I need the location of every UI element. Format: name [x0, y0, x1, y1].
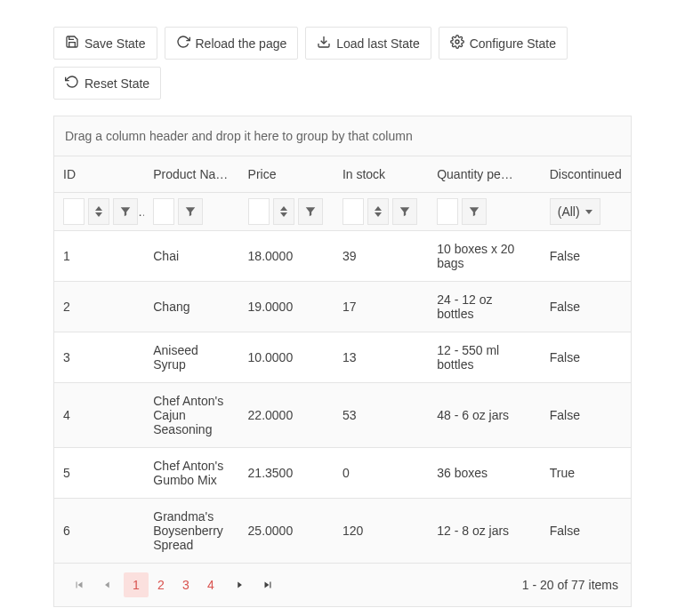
table-row[interactable]: 3Aniseed Syrup10.00001312 - 550 ml bottl…: [54, 332, 631, 383]
group-panel[interactable]: Drag a column header and drop it here to…: [54, 116, 631, 156]
cell-id: 2: [54, 282, 144, 332]
cell-price: 22.0000: [239, 383, 334, 448]
reload-page-button[interactable]: Reload the page: [165, 27, 299, 60]
grid-table: ID Product Na… Price In stock Quantity p…: [54, 156, 631, 564]
column-header-disc[interactable]: Discontinued: [541, 156, 631, 193]
filter-row: (All): [54, 193, 631, 231]
cell-qty: 48 - 6 oz jars: [428, 383, 541, 448]
toolbar: Save State Reload the page Load last Sta…: [53, 27, 632, 100]
reload-icon: [176, 35, 190, 52]
cell-disc: True: [541, 448, 631, 499]
column-header-id[interactable]: ID: [54, 156, 144, 193]
cell-price: 25.0000: [239, 499, 334, 564]
page-number-1[interactable]: 1: [124, 572, 149, 597]
pager-controls: 1234: [67, 572, 280, 597]
cell-qty: 12 - 8 oz jars: [428, 499, 541, 564]
table-row[interactable]: 1Chai18.00003910 boxes x 20 bagsFalse: [54, 231, 631, 282]
cell-stock: 0: [334, 448, 428, 499]
pager: 1234 1 - 20 of 77 items: [54, 564, 631, 606]
reset-state-label: Reset State: [85, 76, 149, 91]
cell-name: Chai: [144, 231, 238, 282]
filter-input-price[interactable]: [248, 198, 270, 225]
save-icon: [65, 35, 79, 52]
pager-last-button[interactable]: [255, 572, 280, 597]
save-state-label: Save State: [85, 36, 146, 51]
cell-id: 4: [54, 383, 144, 448]
cell-price: 18.0000: [239, 231, 334, 282]
cell-name: Chef Anton's Gumbo Mix: [144, 448, 238, 499]
filter-button-name[interactable]: [178, 198, 203, 225]
cell-stock: 120: [334, 499, 428, 564]
pager-prev-button[interactable]: [95, 572, 120, 597]
filter-input-stock[interactable]: [342, 198, 364, 225]
pager-info: 1 - 20 of 77 items: [522, 578, 618, 592]
filter-button-stock[interactable]: [392, 198, 417, 225]
column-header-qty[interactable]: Quantity pe…: [428, 156, 541, 193]
filter-button-qty[interactable]: [462, 198, 487, 225]
cell-price: 10.0000: [239, 332, 334, 383]
gear-icon: [450, 35, 464, 52]
table-row[interactable]: 5Chef Anton's Gumbo Mix21.3500036 boxesT…: [54, 448, 631, 499]
filter-input-name[interactable]: [153, 198, 174, 225]
page-number-3[interactable]: 3: [173, 572, 198, 597]
column-header-price[interactable]: Price: [239, 156, 334, 193]
pager-next-button[interactable]: [227, 572, 252, 597]
cell-name: Grandma's Boysenberry Spread: [144, 499, 238, 564]
cell-id: 5: [54, 448, 144, 499]
sort-toggle-price[interactable]: [273, 198, 294, 225]
table-row[interactable]: 2Chang19.00001724 - 12 oz bottlesFalse: [54, 282, 631, 332]
cell-name: Chef Anton's Cajun Seasoning: [144, 383, 238, 448]
column-header-stock[interactable]: In stock: [334, 156, 428, 193]
cell-name: Chang: [144, 282, 238, 332]
page-number-2[interactable]: 2: [149, 572, 173, 597]
cell-qty: 10 boxes x 20 bags: [428, 231, 541, 282]
sort-toggle-id[interactable]: [88, 198, 109, 225]
header-row: ID Product Na… Price In stock Quantity p…: [54, 156, 631, 193]
cell-qty: 36 boxes: [428, 448, 541, 499]
cell-price: 19.0000: [239, 282, 334, 332]
load-last-state-label: Load last State: [336, 36, 419, 51]
filter-input-id[interactable]: [63, 198, 85, 225]
reload-page-label: Reload the page: [196, 36, 287, 51]
filter-select-disc-label: (All): [558, 204, 580, 219]
cell-id: 3: [54, 332, 144, 383]
cell-disc: False: [541, 499, 631, 564]
cell-qty: 12 - 550 ml bottles: [428, 332, 541, 383]
cell-disc: False: [541, 282, 631, 332]
data-grid: Drag a column header and drop it here to…: [53, 116, 632, 607]
sort-toggle-stock[interactable]: [367, 198, 389, 225]
cell-disc: False: [541, 332, 631, 383]
chevron-down-icon: [585, 210, 592, 214]
save-state-button[interactable]: Save State: [53, 27, 157, 60]
filter-input-qty[interactable]: [437, 198, 458, 225]
cell-name: Aniseed Syrup: [144, 332, 238, 383]
cell-id: 6: [54, 499, 144, 564]
filter-button-id[interactable]: [113, 198, 138, 225]
filter-button-price[interactable]: [298, 198, 323, 225]
cell-price: 21.3500: [239, 448, 334, 499]
page-number-4[interactable]: 4: [198, 572, 223, 597]
column-header-name[interactable]: Product Na…: [144, 156, 238, 193]
cell-stock: 13: [334, 332, 428, 383]
cell-stock: 17: [334, 282, 428, 332]
load-last-state-button[interactable]: Load last State: [305, 27, 431, 60]
table-row[interactable]: 6Grandma's Boysenberry Spread25.00001201…: [54, 499, 631, 564]
cell-disc: False: [541, 231, 631, 282]
download-icon: [317, 35, 331, 52]
configure-state-button[interactable]: Configure State: [439, 27, 568, 60]
cell-disc: False: [541, 383, 631, 448]
cell-id: 1: [54, 231, 144, 282]
cell-stock: 53: [334, 383, 428, 448]
reset-state-button[interactable]: Reset State: [53, 67, 161, 100]
configure-state-label: Configure State: [470, 36, 556, 51]
svg-point-1: [455, 40, 459, 44]
cell-qty: 24 - 12 oz bottles: [428, 282, 541, 332]
cell-stock: 39: [334, 231, 428, 282]
table-row[interactable]: 4Chef Anton's Cajun Seasoning22.00005348…: [54, 383, 631, 448]
pager-first-button[interactable]: [67, 572, 92, 597]
filter-select-disc[interactable]: (All): [550, 198, 600, 225]
reset-icon: [65, 75, 79, 92]
